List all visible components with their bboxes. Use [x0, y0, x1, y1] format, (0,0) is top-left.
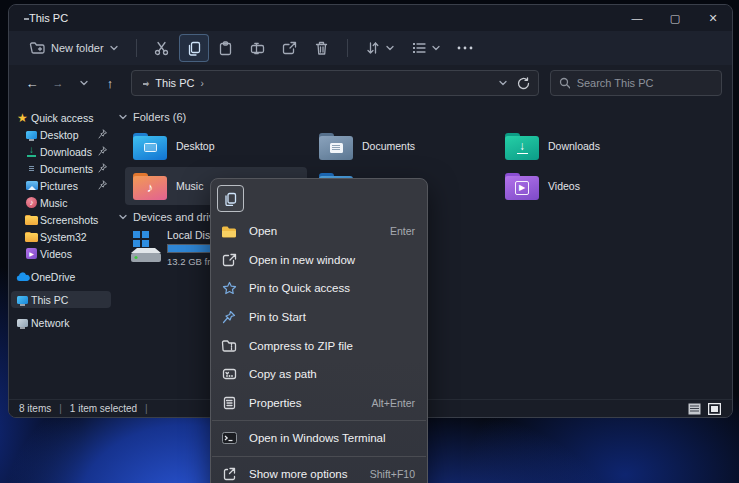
toolbar-divider	[347, 39, 348, 57]
new-folder-label: New folder	[51, 42, 104, 54]
items-count: 8 items	[19, 403, 51, 414]
view-icon	[412, 42, 426, 54]
selection-count: 1 item selected	[70, 403, 137, 414]
cut-button[interactable]	[147, 34, 177, 62]
chevron-down-icon	[110, 45, 118, 51]
chevron-down-icon	[119, 214, 127, 220]
sort-icon	[366, 41, 380, 55]
details-view-button[interactable]	[686, 402, 702, 415]
videos-folder-icon: ▶	[505, 173, 539, 200]
sidebar-item-quick-access[interactable]: ★ Quick access	[11, 109, 111, 126]
folder-tile-downloads[interactable]: ↓ Downloads	[497, 127, 679, 165]
sidebar-item-desktop[interactable]: Desktop	[11, 126, 111, 143]
navigation-pane: ★ Quick access Desktop ↓ Downloads Docum…	[9, 101, 113, 399]
chevron-down-icon	[386, 45, 394, 51]
folder-tile-desktop[interactable]: Desktop	[125, 127, 307, 165]
this-pc-icon	[15, 296, 30, 304]
refresh-icon[interactable]	[517, 77, 530, 90]
desktop-folder-icon	[133, 133, 167, 160]
sidebar-item-music[interactable]: ♪ Music	[11, 194, 111, 211]
copy-button[interactable]	[179, 34, 209, 62]
menu-item-properties[interactable]: Properties Alt+Enter	[211, 389, 427, 418]
sidebar-item-downloads[interactable]: ↓ Downloads	[11, 143, 111, 160]
sidebar-item-onedrive[interactable]: OneDrive	[11, 268, 111, 285]
folder-tile-videos[interactable]: ▶ Videos	[497, 167, 679, 205]
star-icon: ★	[15, 113, 30, 123]
up-button[interactable]: ↑	[97, 70, 123, 96]
menu-item-pin-to-quick-access[interactable]: Pin to Quick access	[211, 274, 427, 303]
network-icon	[15, 319, 30, 327]
context-menu-command-bar	[211, 185, 427, 217]
sidebar-item-documents[interactable]: Documents	[11, 160, 111, 177]
properties-icon	[221, 396, 237, 410]
menu-item-open-new-window[interactable]: Open in new window	[211, 246, 427, 275]
pin-icon	[98, 146, 107, 156]
chevron-down-icon	[80, 80, 88, 86]
cut-icon	[154, 41, 169, 56]
search-box[interactable]	[550, 70, 722, 96]
share-icon	[282, 41, 297, 55]
copy-icon	[224, 192, 237, 206]
window-controls: — ▢ ✕	[618, 5, 732, 31]
search-icon	[559, 77, 570, 89]
documents-folder-icon	[319, 133, 353, 160]
titlebar: This PC — ▢ ✕	[9, 5, 732, 31]
copy-button[interactable]	[217, 185, 244, 212]
drive-free-space: 13.2 GB fr	[167, 256, 215, 267]
menu-item-show-more-options[interactable]: Show more options Shift+F10	[211, 460, 427, 483]
maximize-button[interactable]: ▢	[656, 5, 694, 31]
address-bar[interactable]: › This PC ›	[131, 70, 539, 96]
paste-button[interactable]	[211, 34, 241, 62]
breadcrumb-this-pc[interactable]: This PC	[155, 77, 194, 89]
onedrive-cloud-icon	[15, 272, 30, 282]
folders-section-header[interactable]: Folders (6)	[119, 111, 186, 123]
show-more-icon	[221, 467, 237, 481]
folder-tile-documents[interactable]: Documents	[311, 127, 493, 165]
history-chevron-button[interactable]	[71, 70, 97, 96]
minimize-button[interactable]: —	[618, 5, 656, 31]
local-disk-tile[interactable]: Local Disk 13.2 GB fr	[125, 229, 215, 267]
navigation-bar: ← → ↑ › This PC ›	[9, 65, 732, 101]
sidebar-item-this-pc[interactable]: This PC	[11, 291, 111, 308]
address-dropdown-icon[interactable]	[499, 80, 507, 86]
sidebar-item-videos[interactable]: ▶ Videos	[11, 245, 111, 262]
search-input[interactable]	[577, 77, 713, 89]
sidebar-item-screenshots[interactable]: Screenshots	[11, 211, 111, 228]
new-folder-icon	[29, 41, 45, 55]
sidebar-item-pictures[interactable]: Pictures	[11, 177, 111, 194]
view-button[interactable]	[404, 34, 448, 62]
copy-path-icon	[221, 368, 237, 380]
sidebar-item-system32[interactable]: System32	[11, 228, 111, 245]
share-button[interactable]	[275, 34, 305, 62]
command-toolbar: New folder	[9, 31, 732, 65]
thumbnail-view-button[interactable]	[706, 402, 722, 415]
see-more-button[interactable]	[450, 34, 480, 62]
menu-item-pin-to-start[interactable]: Pin to Start	[211, 303, 427, 332]
rename-button[interactable]	[243, 34, 273, 62]
menu-separator	[212, 420, 426, 421]
delete-button[interactable]	[307, 34, 337, 62]
folder-icon	[24, 232, 39, 242]
sort-button[interactable]	[358, 34, 402, 62]
menu-item-compress-zip[interactable]: Compress to ZIP file	[211, 331, 427, 360]
back-button[interactable]: ←	[19, 70, 45, 96]
folder-icon	[24, 215, 39, 225]
window-title: This PC	[29, 12, 68, 24]
close-button[interactable]: ✕	[694, 5, 732, 31]
context-menu: Open Enter Open in new window Pin to Qui…	[210, 178, 428, 483]
documents-icon	[24, 163, 39, 174]
downloads-icon: ↓	[24, 146, 39, 157]
menu-item-copy-as-path[interactable]: Copy as path	[211, 360, 427, 389]
forward-button[interactable]: →	[45, 70, 71, 96]
menu-item-open-windows-terminal[interactable]: Open in Windows Terminal	[211, 424, 427, 453]
chevron-down-icon	[119, 114, 127, 120]
sidebar-item-network[interactable]: Network	[11, 314, 111, 331]
desktop-wallpaper: { "colors": { "accent": "#4cc2ff", "wind…	[0, 0, 739, 483]
trash-icon	[315, 41, 328, 56]
pictures-icon	[24, 181, 39, 190]
zip-folder-icon	[221, 339, 237, 352]
menu-item-open[interactable]: Open Enter	[211, 217, 427, 246]
see-more-icon	[457, 46, 473, 50]
local-disk-icon	[125, 229, 163, 267]
new-folder-button[interactable]: New folder	[21, 34, 126, 62]
